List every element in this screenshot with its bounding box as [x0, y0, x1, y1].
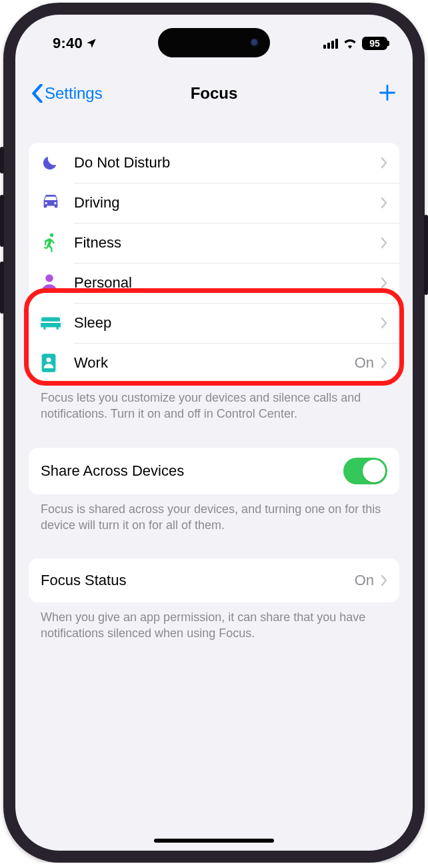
share-across-devices-row[interactable]: Share Across Devices	[29, 448, 399, 494]
car-icon	[41, 194, 74, 211]
dynamic-island	[158, 28, 270, 57]
svg-point-1	[45, 274, 53, 282]
focus-row-do-not-disturb[interactable]: Do Not Disturb	[29, 143, 399, 183]
add-button[interactable]	[378, 81, 397, 106]
share-label: Share Across Devices	[41, 462, 343, 480]
share-footer-text: Focus is shared across your devices, and…	[29, 494, 399, 534]
chevron-right-icon	[381, 574, 387, 586]
signal-icon	[323, 38, 338, 49]
chevron-right-icon	[381, 357, 387, 369]
chevron-left-icon	[31, 84, 43, 103]
wifi-icon	[343, 38, 357, 49]
battery-icon: 95	[362, 37, 387, 50]
focus-status-group: Focus Status On	[29, 558, 399, 602]
focus-row-label: Fitness	[74, 234, 381, 252]
chevron-right-icon	[381, 197, 387, 209]
focus-row-label: Do Not Disturb	[74, 154, 381, 171]
svg-point-3	[47, 358, 51, 362]
chevron-right-icon	[381, 157, 387, 169]
focus-row-label: Driving	[74, 194, 381, 211]
focus-footer-text: Focus lets you customize your devices an…	[29, 383, 399, 422]
badge-icon	[41, 353, 74, 373]
share-group: Share Across Devices	[29, 448, 399, 494]
focus-row-detail: On	[355, 354, 374, 372]
focus-modes-list: Do Not DisturbDrivingFitnessPersonalSlee…	[29, 143, 399, 383]
focus-status-label: Focus Status	[41, 572, 355, 589]
chevron-right-icon	[381, 237, 387, 249]
focus-row-driving[interactable]: Driving	[29, 183, 399, 223]
focus-row-label: Sleep	[74, 314, 381, 332]
focus-row-personal[interactable]: Personal	[29, 263, 399, 303]
bed-icon	[41, 315, 74, 331]
focus-row-label: Work	[74, 354, 355, 372]
back-button[interactable]: Settings	[31, 84, 103, 103]
status-time: 9:40	[53, 35, 97, 52]
focus-row-label: Personal	[74, 274, 381, 292]
home-indicator[interactable]	[154, 839, 274, 843]
chevron-right-icon	[381, 277, 387, 289]
moon-icon	[41, 153, 74, 172]
chevron-right-icon	[381, 317, 387, 329]
svg-point-0	[50, 234, 54, 238]
focus-status-footer-text: When you give an app permission, it can …	[29, 602, 399, 642]
plus-icon	[378, 83, 397, 102]
location-icon	[85, 37, 97, 49]
focus-status-row[interactable]: Focus Status On	[29, 558, 399, 602]
share-toggle[interactable]	[343, 458, 387, 484]
focus-row-sleep[interactable]: Sleep	[29, 303, 399, 343]
focus-row-work[interactable]: WorkOn	[29, 343, 399, 383]
svg-rect-2	[42, 354, 56, 372]
person-icon	[41, 274, 74, 292]
focus-row-fitness[interactable]: Fitness	[29, 223, 399, 263]
focus-status-detail: On	[355, 572, 374, 589]
runner-icon	[41, 233, 74, 253]
